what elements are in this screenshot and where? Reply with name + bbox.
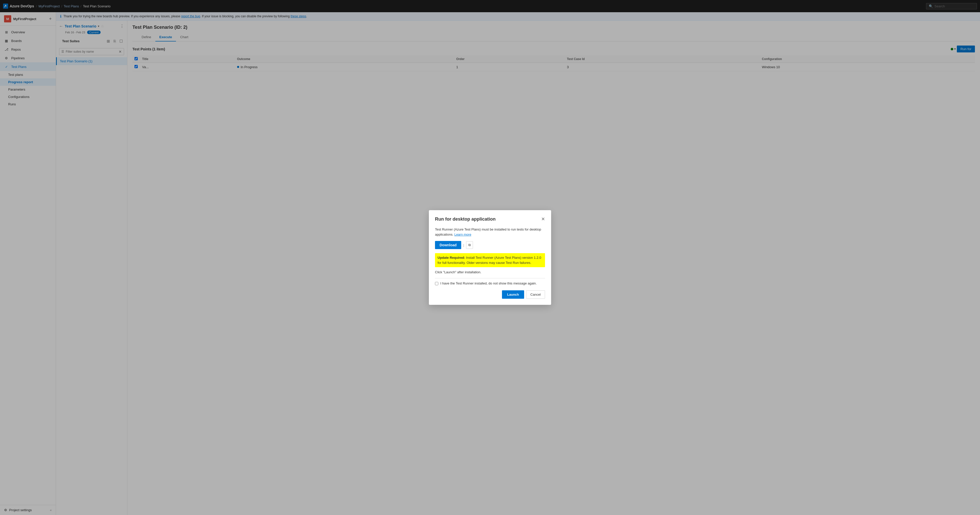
installed-checkbox-label: I have the Test Runner installed, do not… xyxy=(440,281,537,285)
modal-close-button[interactable]: ✕ xyxy=(541,216,545,222)
learn-more-link[interactable]: Learn more xyxy=(454,233,471,236)
download-separator: | xyxy=(463,243,464,247)
update-bold: Update Required: xyxy=(438,256,465,260)
download-button[interactable]: Download xyxy=(435,241,461,249)
modal-body-text: Test Runner (Azure Test Plans) must be i… xyxy=(435,228,541,236)
modal-overlay[interactable]: Run for desktop application ✕ Test Runne… xyxy=(0,0,980,515)
modal-title: Run for desktop application xyxy=(435,217,496,222)
launch-button[interactable]: Launch xyxy=(502,290,524,299)
copy-icon: ⧉ xyxy=(468,243,471,247)
modal-header: Run for desktop application ✕ xyxy=(435,216,545,222)
update-notice: Update Required: Install Test Runner (Az… xyxy=(435,253,545,267)
checkbox-row: I have the Test Runner installed, do not… xyxy=(435,281,545,285)
modal-dialog: Run for desktop application ✕ Test Runne… xyxy=(429,210,551,305)
download-row: Download | ⧉ xyxy=(435,241,545,249)
modal-body: Test Runner (Azure Test Plans) must be i… xyxy=(435,227,545,237)
click-launch-text: Click "Launch" after installation. xyxy=(435,270,545,274)
installed-checkbox[interactable] xyxy=(435,282,438,285)
cancel-button[interactable]: Cancel xyxy=(526,290,545,299)
modal-footer: Launch Cancel xyxy=(435,290,545,299)
copy-link-button[interactable]: ⧉ xyxy=(466,241,473,249)
